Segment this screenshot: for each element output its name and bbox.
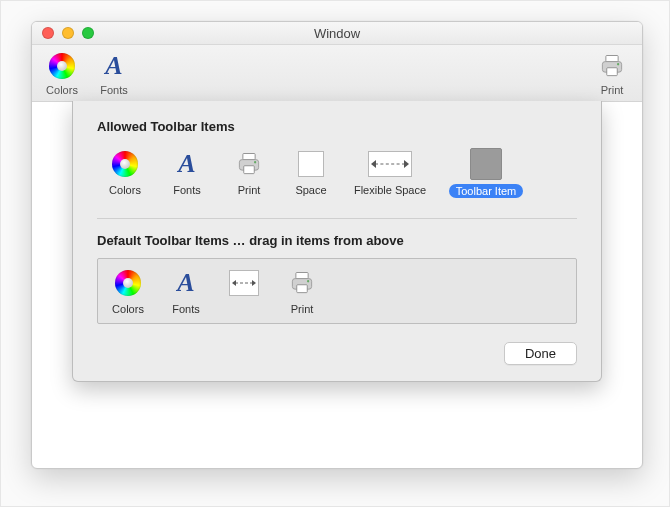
colors-icon xyxy=(115,270,141,296)
window-toolbar: Colors A Fonts Print xyxy=(32,45,642,102)
colors-icon xyxy=(49,53,75,79)
section-divider xyxy=(97,218,577,219)
editor-canvas: Window Colors A Fonts Print Allowed Tool… xyxy=(0,0,670,507)
minimize-button[interactable] xyxy=(62,27,74,39)
fonts-icon: A xyxy=(178,151,195,177)
generic-toolbar-item-icon xyxy=(470,148,502,180)
default-toolbar-box[interactable]: Colors A Fonts Print xyxy=(97,258,577,324)
zoom-button[interactable] xyxy=(82,27,94,39)
window-titlebar[interactable]: Window xyxy=(32,22,642,45)
default-item-flexible-space[interactable] xyxy=(224,267,264,303)
palette-item-label: Colors xyxy=(109,184,141,196)
svg-point-7 xyxy=(254,161,256,163)
toolbar-item-colors[interactable]: Colors xyxy=(42,50,82,96)
palette-item-label: Toolbar Item xyxy=(449,184,524,198)
print-icon xyxy=(596,50,628,82)
fonts-icon: A xyxy=(105,53,122,79)
svg-rect-4 xyxy=(243,154,255,160)
palette-item-colors[interactable]: Colors xyxy=(103,148,147,196)
flexible-space-icon xyxy=(229,270,259,296)
palette-item-space[interactable]: Space xyxy=(289,148,333,196)
allowed-items-heading: Allowed Toolbar Items xyxy=(97,119,577,134)
colors-icon xyxy=(112,151,138,177)
palette-item-generic[interactable]: Toolbar Item xyxy=(447,148,525,198)
svg-rect-8 xyxy=(296,273,308,279)
svg-rect-6 xyxy=(244,166,255,174)
default-item-fonts[interactable]: A Fonts xyxy=(166,267,206,315)
toolbar-item-label: Colors xyxy=(46,84,78,96)
toolbar-item-label: Print xyxy=(601,84,624,96)
svg-point-3 xyxy=(617,63,619,65)
palette-item-flexible-space[interactable]: Flexible Space xyxy=(351,148,429,196)
default-item-colors[interactable]: Colors xyxy=(108,267,148,315)
svg-point-11 xyxy=(307,280,309,282)
window-title: Window xyxy=(32,26,642,41)
svg-rect-0 xyxy=(606,56,618,62)
default-items-heading: Default Toolbar Items … drag in items fr… xyxy=(97,233,577,248)
palette-item-label: Flexible Space xyxy=(354,184,426,196)
app-window: Window Colors A Fonts Print Allowed Tool… xyxy=(31,21,643,469)
print-icon xyxy=(233,148,265,180)
svg-rect-2 xyxy=(607,68,618,76)
palette-item-label: Fonts xyxy=(173,184,201,196)
toolbar-item-print[interactable]: Print xyxy=(592,50,632,96)
palette-item-label: Space xyxy=(295,184,326,196)
default-item-print[interactable]: Print xyxy=(282,267,322,315)
toolbar-item-fonts[interactable]: A Fonts xyxy=(94,50,134,96)
svg-rect-10 xyxy=(297,285,308,293)
allowed-items-row: Colors A Fonts Print Space xyxy=(97,144,577,212)
palette-item-label: Colors xyxy=(112,303,144,315)
traffic-lights xyxy=(32,27,94,39)
palette-item-fonts[interactable]: A Fonts xyxy=(165,148,209,196)
flexible-space-icon xyxy=(368,151,412,177)
toolbar-item-label: Fonts xyxy=(100,84,128,96)
close-button[interactable] xyxy=(42,27,54,39)
palette-item-label: Print xyxy=(291,303,314,315)
sheet-footer: Done xyxy=(97,342,577,365)
print-icon xyxy=(286,267,318,299)
fonts-icon: A xyxy=(177,270,194,296)
customize-toolbar-sheet: Allowed Toolbar Items Colors A Fonts Pri… xyxy=(72,101,602,382)
palette-item-print[interactable]: Print xyxy=(227,148,271,196)
palette-item-label: Print xyxy=(238,184,261,196)
palette-item-label: Fonts xyxy=(172,303,200,315)
space-icon xyxy=(298,151,324,177)
done-button[interactable]: Done xyxy=(504,342,577,365)
